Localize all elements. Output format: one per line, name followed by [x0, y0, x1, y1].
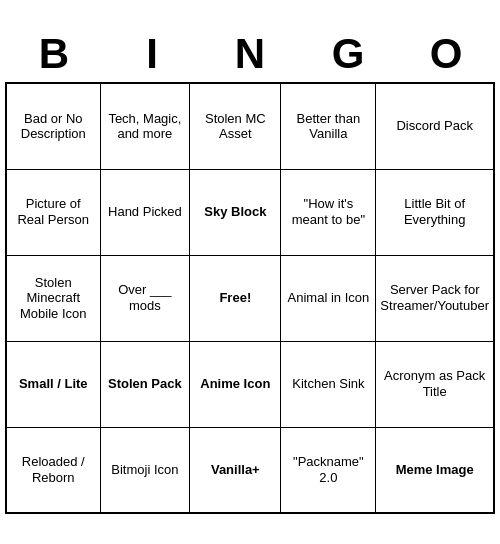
cell-0-4: Discord Pack [376, 83, 494, 169]
cell-4-3: "Packname" 2.0 [281, 427, 376, 513]
cell-2-3: Animal in Icon [281, 255, 376, 341]
cell-2-4: Server Pack for Streamer/Youtuber [376, 255, 494, 341]
cell-1-0: Picture of Real Person [6, 169, 100, 255]
table-row: Reloaded / RebornBitmoji IconVanilla+"Pa… [6, 427, 494, 513]
table-row: Small / LiteStolen PackAnime IconKitchen… [6, 341, 494, 427]
cell-1-3: "How it's meant to be" [281, 169, 376, 255]
cell-2-2: Free! [190, 255, 281, 341]
table-row: Bad or No DescriptionTech, Magic, and mo… [6, 83, 494, 169]
bingo-title: B I N G O [5, 30, 495, 78]
title-g: G [303, 30, 393, 78]
cell-0-3: Better than Vanilla [281, 83, 376, 169]
title-i: I [107, 30, 197, 78]
cell-0-1: Tech, Magic, and more [100, 83, 190, 169]
cell-2-1: Over ___ mods [100, 255, 190, 341]
cell-3-0: Small / Lite [6, 341, 100, 427]
cell-4-4: Meme Image [376, 427, 494, 513]
cell-3-2: Anime Icon [190, 341, 281, 427]
title-o: O [401, 30, 491, 78]
cell-0-2: Stolen MC Asset [190, 83, 281, 169]
cell-4-0: Reloaded / Reborn [6, 427, 100, 513]
cell-1-1: Hand Picked [100, 169, 190, 255]
cell-3-3: Kitchen Sink [281, 341, 376, 427]
cell-4-1: Bitmoji Icon [100, 427, 190, 513]
cell-3-4: Acronym as Pack Title [376, 341, 494, 427]
cell-4-2: Vanilla+ [190, 427, 281, 513]
cell-3-1: Stolen Pack [100, 341, 190, 427]
cell-1-2: Sky Block [190, 169, 281, 255]
cell-0-0: Bad or No Description [6, 83, 100, 169]
table-row: Stolen Minecraft Mobile IconOver ___ mod… [6, 255, 494, 341]
bingo-container: B I N G O Bad or No DescriptionTech, Mag… [5, 30, 495, 514]
cell-2-0: Stolen Minecraft Mobile Icon [6, 255, 100, 341]
title-n: N [205, 30, 295, 78]
bingo-grid: Bad or No DescriptionTech, Magic, and mo… [5, 82, 495, 514]
table-row: Picture of Real PersonHand PickedSky Blo… [6, 169, 494, 255]
title-b: B [9, 30, 99, 78]
cell-1-4: Little Bit of Everything [376, 169, 494, 255]
